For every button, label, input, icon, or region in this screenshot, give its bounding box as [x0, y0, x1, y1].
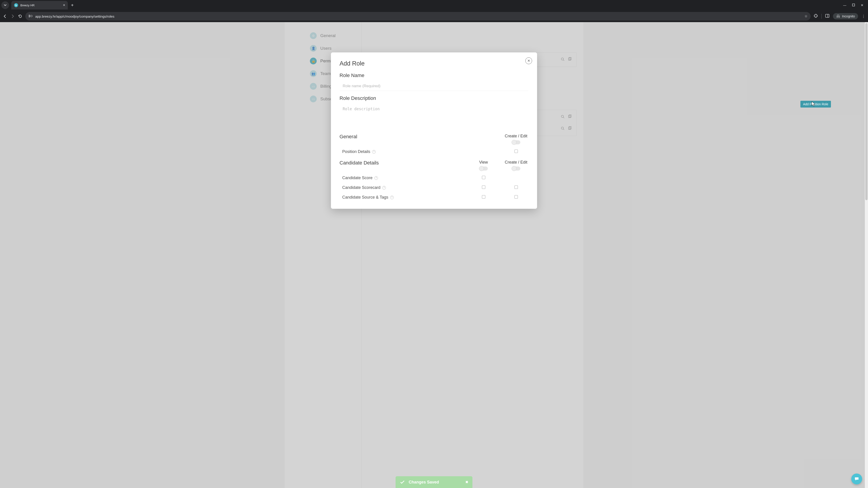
minimize-icon[interactable]: ― [843, 3, 846, 7]
role-name-input[interactable] [340, 82, 528, 91]
page-scrollbar[interactable] [865, 22, 868, 488]
section-general: General Create / Edit Position Details ? [340, 134, 528, 154]
side-panel-icon[interactable] [825, 14, 829, 19]
check-icon [400, 480, 405, 485]
close-window-icon[interactable]: ✕ [861, 3, 864, 7]
perm-label: Candidate Source & Tags [342, 195, 388, 200]
svg-rect-0 [852, 4, 855, 6]
help-icon[interactable]: ? [372, 150, 376, 154]
forward-button[interactable] [10, 14, 15, 19]
tab-favicon: b [14, 3, 18, 7]
svg-rect-1 [29, 15, 30, 15]
column-header-create-edit: Create / Edit [504, 160, 528, 170]
browser-tab[interactable]: b Breezy HR × [11, 1, 68, 9]
svg-rect-5 [826, 14, 829, 18]
checkbox-candidate-source-tags-view[interactable] [482, 195, 485, 199]
extensions-icon[interactable] [814, 14, 818, 19]
column-header-label: View [471, 160, 496, 165]
back-button[interactable] [3, 14, 7, 19]
column-header-label: Create / Edit [504, 134, 528, 138]
section-candidate-details: Candidate Details View Create / Edit Can… [340, 160, 528, 200]
chevron-down-icon [4, 4, 6, 6]
perm-label: Candidate Scorecard [342, 185, 380, 190]
help-icon[interactable]: ? [382, 186, 386, 190]
close-icon: ✕ [527, 59, 530, 63]
tab-bar: b Breezy HR × + ― ✕ [0, 0, 868, 10]
svg-rect-2 [29, 16, 30, 16]
chat-bubble-button[interactable] [851, 474, 862, 484]
browser-chrome: b Breezy HR × + ― ✕ app.breezy.hr/app/c/… [0, 0, 868, 22]
bookmark-icon[interactable]: ☆ [804, 14, 807, 18]
help-icon[interactable]: ? [374, 176, 378, 180]
column-header-view: View [471, 160, 496, 170]
perm-label: Position Details [342, 149, 370, 154]
incognito-icon [836, 15, 840, 18]
toggle-candidate-view[interactable] [479, 166, 488, 170]
modal-title: Add Role [340, 60, 528, 67]
incognito-label: Incognito [842, 14, 855, 18]
tab-search-dropdown[interactable] [1, 1, 9, 9]
incognito-badge[interactable]: Incognito [833, 13, 858, 20]
perm-row-position-details: Position Details ? [340, 149, 528, 154]
page-viewport: ⚙ General 👤 Users 🔒 Permissions 👥 Teams … [0, 22, 868, 488]
perm-row-candidate-source-tags: Candidate Source & Tags ? [340, 195, 528, 200]
add-position-role-label: Add Position Role [803, 102, 828, 106]
reload-button[interactable] [18, 14, 22, 18]
role-description-label: Role Description [340, 95, 528, 101]
changes-saved-toast: Changes Saved ✖ [396, 476, 472, 488]
checkbox-position-details-create-edit[interactable] [515, 150, 518, 153]
chat-icon [854, 477, 859, 482]
toolbar-right: Incognito ⋮ [814, 13, 865, 20]
toggle-candidate-create-edit[interactable] [512, 166, 520, 170]
new-tab-button[interactable]: + [68, 3, 77, 8]
role-name-label: Role Name [340, 72, 528, 78]
help-icon[interactable]: ? [390, 196, 394, 199]
perm-row-candidate-score: Candidate Score ? [340, 175, 528, 180]
browser-toolbar: app.breezy.hr/app/c/moodjoy/company/sett… [0, 10, 868, 22]
toast-message: Changes Saved [409, 480, 439, 485]
browser-menu-icon[interactable]: ⋮ [862, 14, 865, 19]
url-text: app.breezy.hr/app/c/moodjoy/company/sett… [35, 14, 802, 18]
site-info-icon[interactable] [29, 14, 33, 19]
modal-close-button[interactable]: ✕ [525, 57, 532, 64]
svg-rect-3 [29, 17, 30, 17]
checkbox-candidate-score-view[interactable] [482, 176, 485, 179]
tab-close-icon[interactable]: × [63, 3, 65, 7]
add-role-modal: ✕ Add Role Role Name Role Description Ge… [331, 53, 537, 209]
perm-label: Candidate Score [342, 175, 373, 180]
tab-title: Breezy HR [20, 4, 61, 7]
section-title-general: General [340, 134, 357, 140]
role-description-input[interactable] [340, 104, 528, 127]
window-controls: ― ✕ [843, 3, 868, 7]
add-position-role-button[interactable]: Add Position Role [800, 101, 831, 107]
maximize-icon[interactable] [852, 3, 855, 7]
checkbox-candidate-scorecard-view[interactable] [482, 186, 485, 189]
column-header-create-edit: Create / Edit [504, 134, 528, 144]
section-title-candidate: Candidate Details [340, 160, 379, 166]
svg-point-4 [31, 15, 32, 17]
checkbox-candidate-scorecard-create-edit[interactable] [515, 186, 518, 189]
toast-dismiss-icon[interactable]: ✖ [465, 480, 468, 484]
checkbox-candidate-source-tags-create-edit[interactable] [515, 195, 518, 199]
url-bar[interactable]: app.breezy.hr/app/c/moodjoy/company/sett… [25, 12, 811, 21]
toggle-general-create-edit[interactable] [512, 140, 520, 144]
perm-row-candidate-scorecard: Candidate Scorecard ? [340, 185, 528, 190]
column-header-label: Create / Edit [504, 160, 528, 165]
scrollbar-thumb[interactable] [865, 23, 868, 200]
